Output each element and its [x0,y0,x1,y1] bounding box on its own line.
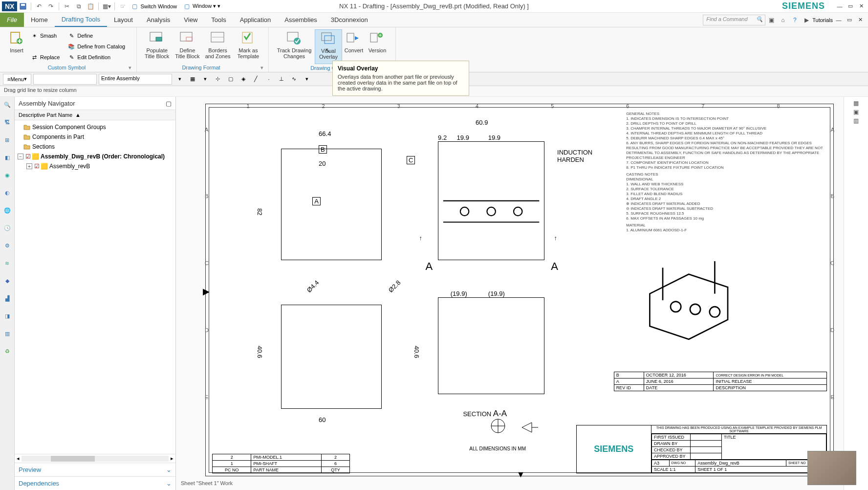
copy-icon[interactable]: ⧉ [74,2,83,11]
rail-process-icon[interactable]: ⚙ [1,240,13,251]
restore-icon[interactable]: ▭ [846,2,855,11]
track-changes-button[interactable]: Track Drawing Changes [274,29,315,64]
snap-icon-1[interactable]: ⊹ [212,74,224,85]
snap-toggle[interactable]: ◈ [238,74,249,85]
window-dropdown[interactable]: Window ▾ ▾ [193,3,220,9]
define-button[interactable]: ✎Define [67,30,125,41]
repeat-icon[interactable]: ▣ [767,16,776,24]
snap-point-icon[interactable]: · [263,74,275,85]
switch-window-label[interactable]: Switch Window [140,3,177,9]
rail-assembly-icon[interactable]: 🏗 [1,116,13,128]
rr-icon-1[interactable]: ▦ [852,99,861,108]
snap-curve-icon[interactable]: ∿ [288,74,300,85]
tree-sections[interactable]: Sections [18,142,173,152]
rail-layers-icon[interactable]: ≋ [1,257,13,269]
cut-icon[interactable]: ✂ [63,2,71,11]
tab-application[interactable]: Application [233,13,278,27]
help-icon[interactable]: ? [790,16,799,24]
navigator-hscroll[interactable]: ◂▸ [15,454,175,463]
dependencies-section[interactable]: Dependencies⌄ [15,476,175,490]
svg-marker-32 [522,423,532,432]
preview-section[interactable]: Preview⌄ [15,463,175,476]
borders-zones-button[interactable]: Borders and Zones [203,29,233,64]
tab-analysis[interactable]: Analysis [140,13,177,27]
rail-hd3d-icon[interactable]: ◐ [1,187,13,199]
doc-restore-icon[interactable]: ▭ [845,16,854,24]
close-icon[interactable]: ✕ [856,2,866,11]
snap-more-icon[interactable]: ▾ [301,74,313,85]
edit-definition-button[interactable]: ✎Edit Definition [67,52,125,63]
rail-part-icon[interactable]: ◧ [1,152,13,163]
selection-filter[interactable] [33,74,97,85]
rail-browser-icon[interactable]: 🌐 [1,204,13,216]
svg-rect-13 [322,33,331,41]
rail-constraint-icon[interactable]: ⊞ [1,134,13,146]
rail-reuse-icon[interactable]: ◉ [1,169,13,181]
rr-icon-2[interactable]: ▣ [852,108,861,116]
home-icon[interactable]: ⌂ [779,16,787,24]
doc-minimize-icon[interactable]: — [834,16,844,24]
snap-icon-2[interactable]: ▢ [225,74,237,85]
minimize-icon[interactable]: — [835,2,845,11]
tab-3dconnexion[interactable]: 3Dconnexion [324,13,375,27]
smash-button[interactable]: ✶Smash [30,30,60,41]
select-icon-2[interactable]: ▾ [199,74,211,85]
menu-bar: File Home Drafting Tools Layout Analysis… [0,13,868,27]
column-header[interactable]: Descriptive Part Name ▲ [15,110,175,120]
tab-assemblies[interactable]: Assemblies [278,13,324,27]
define-catalog-button[interactable]: 📚Define from Catalog [67,41,125,52]
mark-template-button[interactable]: Mark as Template [233,29,263,64]
touch-icon[interactable]: ☞ [118,2,127,11]
rail-z-icon[interactable]: ♻ [1,345,13,357]
rail-roles-icon[interactable]: ▟ [1,292,13,304]
doc-close-icon[interactable]: ✕ [855,16,865,24]
recent-icon[interactable]: ▦▾ [102,2,111,11]
svg-rect-16 [370,33,377,42]
rail-visual-icon[interactable]: ◆ [1,275,13,287]
find-command-input[interactable]: Find a Command🔍 [703,15,765,25]
tab-file[interactable]: File [0,13,24,27]
menu-dropdown[interactable]: ≡ Menu ▾ [3,74,31,85]
tutorials-icon[interactable]: ▶ [802,16,811,24]
replace-button[interactable]: ⇄Replace [30,52,60,63]
tree-assembly-revb[interactable]: +☑🟨Assembly_revB [18,161,173,171]
insert-button[interactable]: Insert [5,29,28,64]
tab-home[interactable]: Home [24,13,55,27]
convert-button[interactable]: Convert [342,29,366,64]
navigator-pin-icon[interactable]: ▢ [166,100,172,107]
define-title-block-button[interactable]: Define Title Block [172,29,202,64]
drawing-canvas[interactable]: 12345678 ABCDE ABCDE 66.4 60.9 20 82 9.2… [176,97,844,490]
undo-icon[interactable]: ↶ [35,2,43,11]
filter-icon[interactable]: ▾ [174,74,186,85]
rr-icon-3[interactable]: ▥ [852,116,861,125]
rail-history-icon[interactable]: 🕓 [1,222,13,234]
snap-line-icon[interactable]: ╱ [250,74,262,85]
tooltip-body: Overlays data from another part file or … [338,74,464,91]
rail-finder-icon[interactable]: 🔍 [1,99,13,111]
redo-icon[interactable]: ↷ [46,2,55,11]
visual-overlay-button[interactable]: Visual Overlay↖ [315,29,342,64]
window-icon[interactable]: ▢ [182,2,191,11]
tab-drafting-tools[interactable]: Drafting Tools [55,13,107,27]
tab-layout[interactable]: Layout [107,13,140,27]
save-icon[interactable] [19,2,27,11]
search-icon[interactable]: 🔍 [756,16,763,22]
tab-tools[interactable]: Tools [204,13,233,27]
rail-x-icon[interactable]: ◨ [1,310,13,322]
tutorials-label[interactable]: Tutorials [812,17,833,23]
assembly-filter[interactable]: Entire Assembly [99,74,172,85]
webcam-thumb [807,451,856,485]
svg-point-26 [671,302,681,312]
tree-assembly-dwg[interactable]: −☑🟨Assembly_Dwg_revB (Order: Chronologic… [18,152,173,161]
tree-components-in-part[interactable]: Components in Part [18,132,173,142]
navigator-tree[interactable]: Session Component Groups Components in P… [15,120,175,454]
rail-y-icon[interactable]: ▥ [1,328,13,339]
switch-window-icon[interactable]: ▢ [130,2,139,11]
select-icon-1[interactable]: ▦ [187,74,198,85]
paste-icon[interactable]: 📋 [86,2,95,11]
populate-title-block-button[interactable]: Populate Title Block [142,29,172,64]
tree-session-groups[interactable]: Session Component Groups [18,122,173,132]
snap-mid-icon[interactable]: ⊥ [276,74,287,85]
version-button[interactable]: Version [366,29,389,64]
tab-view[interactable]: View [177,13,204,27]
